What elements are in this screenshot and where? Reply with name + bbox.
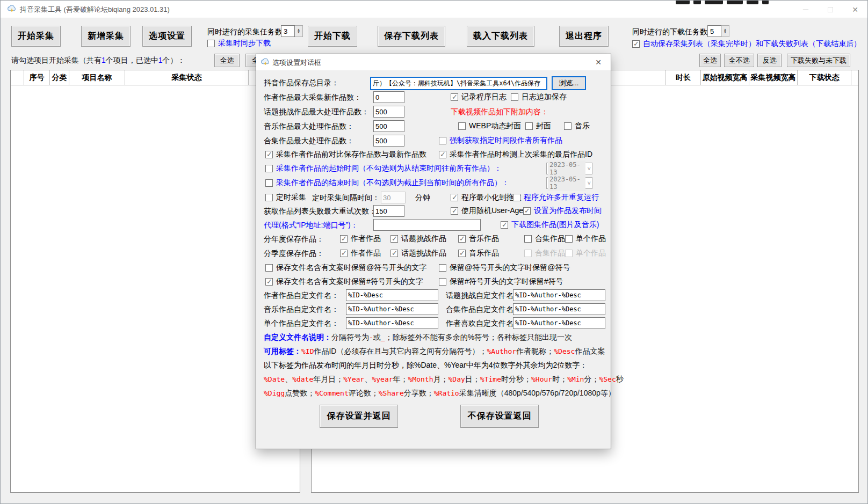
webp-checkbox[interactable]	[458, 122, 466, 130]
fn-mix-input[interactable]	[513, 303, 605, 315]
music-max-input[interactable]	[373, 120, 404, 132]
multi-run-checkbox[interactable]	[513, 194, 520, 201]
minimize-button[interactable]: ─	[793, 1, 818, 18]
force-all-checkbox[interactable]	[439, 137, 446, 144]
log-append-checkbox[interactable]	[511, 93, 518, 101]
col-right-extra	[851, 70, 858, 85]
hash-keep-text-checkbox[interactable]	[265, 278, 273, 286]
maximize-button[interactable]	[818, 1, 843, 18]
music-max-label: 音乐作品最大处理作品数：	[264, 122, 354, 132]
save-dir-input[interactable]	[370, 77, 547, 90]
music-checkbox[interactable]	[564, 122, 572, 130]
at-keep-symbol-checkbox[interactable]	[439, 264, 446, 272]
max-new-label: 作者作品最大采集新作品数：	[264, 93, 361, 103]
col-download-status: 下载状态	[798, 70, 851, 85]
right-invert-button[interactable]: 反选	[757, 54, 782, 67]
image-works-checkbox-row: 下载图集作品(图片及音乐)	[501, 220, 599, 230]
maximize-icon	[828, 7, 833, 12]
compare-checkbox[interactable]	[265, 151, 273, 158]
sync-download-checkbox[interactable]	[207, 40, 215, 47]
yearly-single-checkbox[interactable]	[565, 235, 573, 243]
browse-button[interactable]: 浏览...	[552, 76, 586, 90]
add-collect-button[interactable]: 新增采集	[81, 26, 131, 47]
hash-keep-text-row: 保存文件名含有文案时保留#符号开头的文字	[265, 277, 423, 287]
fn-like-label: 作者喜欢自定文件名：	[446, 319, 521, 328]
load-download-list-button[interactable]: 载入下载列表	[467, 26, 534, 47]
fn-music-input[interactable]	[346, 303, 438, 315]
hash-keep-symbol-row: 保留#符号开头的文字时保留#符号	[439, 277, 563, 287]
topic-max-input[interactable]	[373, 106, 404, 118]
dialog-close-button[interactable]: ✕	[592, 57, 604, 68]
retry-input[interactable]	[373, 205, 404, 217]
detect-last-checkbox[interactable]	[439, 151, 446, 158]
save-download-list-button[interactable]: 保存下载列表	[378, 26, 445, 47]
cancel-settings-button[interactable]: 不保存设置返回	[460, 405, 539, 428]
right-select-all-button[interactable]: 全选	[699, 54, 721, 67]
left-select-all-button[interactable]: 全选	[214, 54, 240, 67]
yearly-topic-checkbox[interactable]	[390, 235, 398, 243]
start-collect-button[interactable]: 开始采集	[11, 26, 61, 47]
yearly-author-row: 作者作品	[340, 234, 381, 244]
cover-checkbox[interactable]	[525, 122, 533, 130]
hash-keep-symbol-checkbox[interactable]	[439, 278, 446, 286]
at-keep-text-checkbox[interactable]	[265, 264, 273, 272]
col-project-name: 项目名称	[69, 70, 125, 85]
image-works-checkbox[interactable]	[501, 221, 508, 229]
minimize-tray-checkbox[interactable]	[451, 194, 458, 201]
collect-tasks-stepper[interactable]: ▲▼	[281, 25, 303, 37]
app-cloud-icon	[7, 4, 17, 14]
force-all-checkbox-row: 强制获取指定时间段作者所有作品	[439, 136, 562, 145]
fn-single-input[interactable]	[346, 317, 438, 329]
interval-input	[381, 192, 406, 203]
timed-checkbox[interactable]	[265, 194, 273, 201]
collect-tasks-spin-icons[interactable]: ▲▼	[295, 25, 303, 37]
yearly-mix-row: 合集作品	[524, 234, 565, 244]
start-download-button[interactable]: 开始下载	[308, 26, 357, 47]
options-dialog: 选项设置对话框 ✕ 抖音作品保存总目录： 浏览... 作者作品最大采集新作品数：…	[256, 54, 611, 449]
fn-author-input[interactable]	[346, 289, 438, 301]
save-settings-button[interactable]: 保存设置并返回	[320, 405, 398, 428]
random-ua-checkbox-row: 使用随机User-Agent	[451, 206, 530, 216]
topic-max-label: 话题挑战作品最大处理作品数：	[264, 107, 369, 117]
right-failed-button[interactable]: 下载失败与未下载	[787, 54, 850, 67]
col-category: 分类	[50, 70, 69, 85]
mix-max-input[interactable]	[373, 135, 404, 147]
download-tasks-label: 同时进行的下载任务数	[632, 27, 707, 37]
fn-like-input[interactable]	[513, 317, 605, 329]
download-tasks-stepper[interactable]: ▲▼	[707, 25, 729, 37]
yearly-mix-checkbox[interactable]	[524, 235, 532, 243]
download-tasks-value[interactable]	[707, 25, 721, 37]
music-checkbox-row: 音乐	[564, 121, 590, 131]
download-tasks-spin-icons[interactable]: ▲▼	[721, 25, 729, 37]
right-select-none-button[interactable]: 全不选	[724, 54, 754, 67]
proxy-label: 代理(格式“IP地址:端口号”)：	[264, 221, 358, 230]
quarterly-music-row: 音乐作品	[458, 249, 499, 258]
yearly-author-checkbox[interactable]	[340, 235, 348, 243]
options-button[interactable]: 选项设置	[142, 26, 192, 47]
collect-tasks-label: 同时进行的采集任务数	[207, 27, 283, 37]
start-time-checkbox[interactable]	[265, 165, 273, 172]
quarterly-music-checkbox[interactable]	[458, 250, 466, 257]
quarterly-author-checkbox[interactable]	[340, 250, 348, 257]
autosave-checkbox[interactable]	[632, 40, 640, 48]
yearly-topic-row: 话题挑战作品	[390, 234, 446, 244]
quarterly-single-checkbox	[565, 250, 573, 257]
random-ua-checkbox[interactable]	[451, 207, 458, 215]
log-checkbox[interactable]	[451, 93, 458, 101]
quarterly-topic-checkbox[interactable]	[390, 250, 398, 257]
exit-button[interactable]: 退出程序	[559, 26, 609, 47]
fn-topic-input[interactable]	[513, 289, 605, 301]
start-time-checkbox-row: 采集作者作品的起始时间（不勾选则为从结束时间往前所有作品）：	[265, 164, 502, 173]
dialog-title: 选项设置对话框	[272, 58, 321, 68]
max-new-input[interactable]	[373, 91, 404, 103]
start-date-select[interactable]: 2023-05-13 ˅	[546, 163, 592, 174]
set-pub-time-checkbox[interactable]	[523, 207, 531, 215]
end-time-checkbox[interactable]	[265, 179, 273, 187]
collect-tasks-value[interactable]	[281, 25, 295, 37]
fn-author-label: 作者作品自定文件名：	[264, 291, 339, 301]
end-date-select[interactable]: 2023-05-13 ˅	[546, 177, 592, 189]
yearly-music-checkbox[interactable]	[458, 235, 466, 243]
timed-checkbox-row: 定时采集	[265, 193, 306, 202]
proxy-input[interactable]	[373, 219, 481, 231]
close-button[interactable]: ✕	[843, 1, 867, 18]
